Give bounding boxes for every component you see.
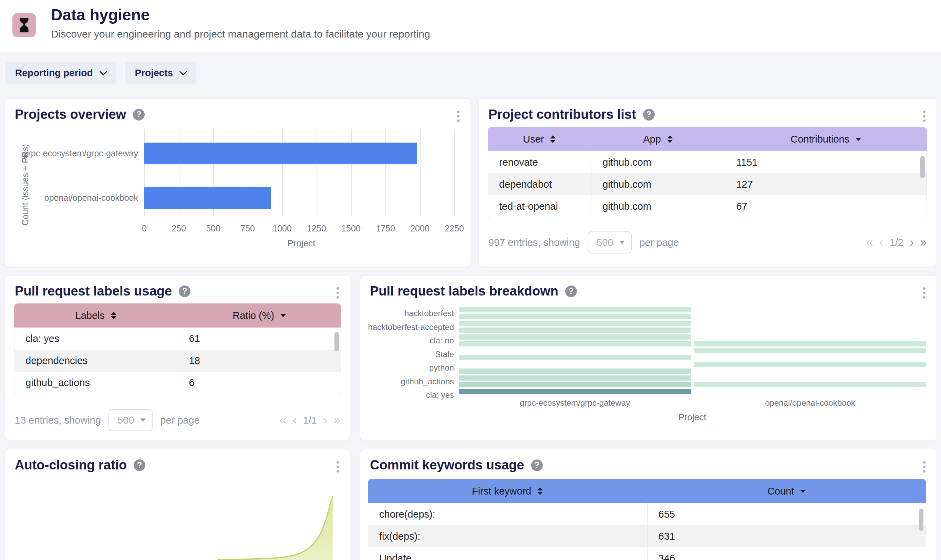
next-page-icon: › [323, 414, 327, 426]
bar [144, 187, 271, 209]
x-tick-label: 500 [196, 223, 231, 234]
column-header-user[interactable]: User [488, 127, 591, 151]
x-tick-label: 250 [161, 223, 196, 234]
kebab-menu-icon[interactable] [334, 459, 341, 475]
table-cell: github.com [591, 195, 725, 217]
table-cell: ted-at-openai [488, 195, 591, 217]
gridline [386, 129, 386, 216]
panel-title: Auto-closing ratio [15, 458, 127, 472]
gridline [420, 129, 421, 216]
help-icon[interactable] [565, 286, 577, 297]
table-cell: dependencies [14, 349, 178, 372]
table-cell: 127 [725, 173, 927, 195]
column-header-first-keyword[interactable]: First keyword [368, 479, 647, 503]
help-icon[interactable] [179, 286, 191, 297]
page-indicator: 1/2 [890, 237, 903, 248]
column-header-app[interactable]: App [591, 127, 725, 151]
help-icon[interactable] [643, 109, 655, 120]
column-label: First keyword [472, 486, 531, 497]
kebab-menu-icon[interactable] [334, 285, 341, 301]
contributors-table: UserAppContributionsrenovategithub.com11… [488, 127, 927, 219]
table-body: chore(deps):655fix(deps):631Update346 [368, 503, 926, 560]
table-header: UserAppContributions [488, 127, 927, 151]
project-contributors-panel: Project contributors list UserAppContrib… [478, 98, 937, 267]
table-cell: chore(deps): [368, 503, 647, 525]
facet-label: grpc-ecosystem/grpc-gateway [459, 398, 691, 408]
caret-down-icon [619, 241, 625, 244]
gridline [282, 129, 283, 216]
table-row: dependabotgithub.com127 [488, 173, 927, 195]
sort-desc-icon [856, 138, 861, 141]
pr-labels-breakdown-panel: Pull request labels breakdown hacktoberf… [360, 275, 937, 441]
table-cell: Update [368, 547, 647, 560]
table-row: fix(deps):631 [368, 525, 926, 547]
scrollbar-thumb[interactable] [920, 156, 925, 178]
sort-both-icon [111, 312, 117, 319]
entries-summary: 997 entries, showing [488, 237, 580, 248]
table-cell: renovate [488, 151, 591, 173]
filter-bar: Reporting period Projects [5, 62, 196, 84]
gridline [351, 129, 352, 216]
column-label: Count [767, 486, 794, 497]
table-row: chore(deps):655 [368, 503, 926, 525]
table-cell: github.com [591, 173, 725, 195]
column-header-contributions[interactable]: Contributions [725, 127, 927, 151]
x-tick-label: 0 [127, 223, 161, 234]
breakdown-label: cla: yes [360, 390, 454, 400]
per-page-select[interactable]: 500 [109, 409, 152, 431]
breakdown-label: github_actions [360, 377, 454, 386]
help-icon[interactable] [531, 460, 543, 471]
column-header-labels[interactable]: Labels [14, 303, 178, 328]
table-cell: 631 [647, 525, 926, 547]
chevron-down-icon [99, 68, 107, 76]
scrollbar-thumb[interactable] [334, 332, 339, 351]
auto-closing-ratio-panel: Auto-closing ratio [5, 449, 350, 560]
x-axis-label: Project [144, 238, 458, 249]
table-cell: github.com [591, 151, 725, 173]
bar [459, 321, 691, 326]
contributors-pagination: 997 entries, showing500per page«‹1/2›» [488, 231, 927, 254]
bar [459, 355, 691, 360]
table-cell: 61 [178, 328, 341, 349]
pagination-nav: «‹1/2›» [866, 236, 927, 249]
per-page-select[interactable]: 500 [587, 231, 632, 254]
entries-summary: 13 entries, showing [15, 415, 101, 426]
column-header-count[interactable]: Count [647, 479, 927, 503]
breakdown-label: Stale [360, 349, 454, 359]
sort-desc-icon [280, 314, 286, 317]
panel-title: Project contributors list [488, 107, 636, 122]
last-page-icon: » [334, 414, 340, 426]
help-icon[interactable] [134, 460, 145, 471]
table-header: First keywordCount [368, 479, 926, 503]
help-icon[interactable] [133, 109, 145, 120]
x-tick-label: 750 [231, 223, 265, 234]
labels-usage-pagination: 13 entries, showing500per page«‹1/1›» [15, 409, 340, 431]
table-cell: 18 [178, 349, 341, 372]
column-header-ratio-[interactable]: Ratio (%) [178, 303, 341, 328]
category-label: openai/openai-cookbook [14, 193, 138, 203]
projects-filter-button[interactable]: Projects [125, 62, 197, 84]
x-axis-label: Project [459, 412, 926, 423]
table-cell: 655 [647, 503, 926, 525]
per-page-suffix: per page [160, 415, 200, 426]
sort-both-icon [550, 135, 555, 143]
x-tick-label: 1000 [265, 223, 299, 234]
bar [144, 143, 417, 164]
table-cell: 1151 [725, 151, 927, 173]
kebab-menu-icon[interactable] [921, 285, 927, 301]
first-page-icon: « [280, 414, 287, 426]
kebab-menu-icon[interactable] [921, 108, 927, 124]
kebab-menu-icon[interactable] [921, 459, 927, 475]
table-cell: fix(deps): [368, 525, 647, 547]
reporting-period-filter-button[interactable]: Reporting period [5, 62, 117, 84]
facet-label: openai/openai-cookbook [694, 398, 926, 408]
bar [694, 382, 926, 387]
bar [459, 369, 691, 374]
previous-page-icon: ‹ [293, 414, 297, 426]
y-axis-label: Count (issues + PRs) [20, 144, 30, 226]
next-page-icon[interactable]: › [910, 236, 914, 249]
scrollbar-thumb[interactable] [919, 509, 923, 531]
kebab-menu-icon[interactable] [455, 108, 461, 124]
x-tick-label: 1250 [299, 223, 334, 234]
last-page-icon[interactable]: » [920, 236, 927, 249]
